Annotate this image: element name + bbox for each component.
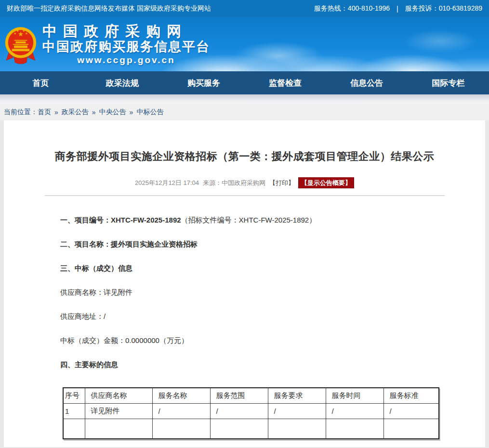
col-header-service-requirements: 服务要求 [268,388,326,403]
cell-service-requirements: / [268,403,326,419]
topbar-divider: | [396,5,398,13]
breadcrumb-central-announcements[interactable]: 中央公告 [99,108,126,117]
breadcrumb-separator: » [92,108,96,116]
article-source: 来源：中国政府采购网 [203,179,265,187]
breadcrumb-label: 当前位置： [4,108,38,117]
cell-service-time: / [326,403,383,419]
col-header-seq: 序号 [63,388,85,403]
cell-service-standard: / [383,403,439,419]
nav-item-international[interactable]: 国际专栏 [408,71,489,94]
table-row-empty [63,419,439,439]
cell-empty [268,419,326,439]
national-emblem-icon [4,23,38,67]
col-header-service-scope: 服务范围 [210,388,268,403]
service-complaint: 服务投诉：010-63819289 [405,4,482,13]
publish-date: 2025年12月12日 17:04 [135,179,199,187]
nav-item-home[interactable]: 首页 [0,71,81,94]
breadcrumb-separator: » [130,108,133,116]
table-row: 1 详见附件 / / / / / [63,403,439,419]
col-header-service-standard: 服务标准 [383,388,439,403]
col-header-service-name: 服务名称 [152,388,210,403]
cell-empty [210,419,268,439]
site-url: www.ccgp.gov.cn [42,54,210,66]
nav-item-announcements[interactable]: 信息公告 [326,71,408,94]
article-body: 一、项目编号：XHTC-FW-2025-1892（招标文件编号：XHTC-FW-… [4,196,485,439]
cell-empty [383,419,439,439]
section-supplier-address: 供应商地址：/ [60,311,442,321]
table-header-row: 序号 供应商名称 服务名称 服务范围 服务要求 服务时间 服务标准 [63,388,439,403]
page-title: 商务部援外项目实施企业资格招标（第一类：援外成套项目管理企业）结果公示 [4,149,485,164]
article-meta: 2025年12月12日 17:04 来源：中国政府采购网 【打印】 【显示公告概… [4,177,485,188]
print-button[interactable]: 【打印】 [269,179,294,187]
cell-service-name: / [152,403,210,419]
cell-empty [152,419,210,439]
main-nav: 首页 政采法规 购买服务 监督检查 信息公告 国际专栏 [0,71,489,94]
breadcrumb-separator: » [54,108,58,116]
breadcrumb-award-announcements[interactable]: 中标公告 [136,108,163,117]
col-header-service-time: 服务时间 [326,388,383,403]
cell-empty [85,419,152,439]
cell-empty [63,419,85,439]
col-header-supplier: 供应商名称 [85,388,152,403]
cell-empty [326,419,383,439]
site-slogan: 财政部唯一指定政府采购信息网络发布媒体 国家级政府采购专业网站 [7,4,211,13]
breadcrumb-procurement-announcements[interactable]: 政采公告 [62,108,89,117]
subject-info-table: 序号 供应商名称 服务名称 服务范围 服务要求 服务时间 服务标准 1 详见附件… [63,387,439,439]
section-project-number: 一、项目编号：XHTC-FW-2025-1892（招标文件编号：XHTC-FW-… [60,215,442,225]
nav-shadow-strip [0,94,489,104]
cell-seq: 1 [63,403,85,419]
section-award-info-heading: 三、中标（成交）信息 [60,263,442,273]
page-background: 商务部援外项目实施企业资格招标（第一类：援外成套项目管理企业）结果公示 2025… [0,120,489,447]
section-project-name: 二、项目名称：援外项目实施企业资格招标 [60,239,442,249]
section-supplier-name: 供应商名称：详见附件 [60,287,442,297]
nav-item-supervision[interactable]: 监督检查 [245,71,326,94]
service-hotline: 服务热线：400-810-1996 [314,4,390,13]
site-logo[interactable]: 中国政府采购网 中国政府购买服务信息平台 www.ccgp.gov.cn [0,23,210,67]
section-award-amount: 中标（成交）金额：0.0000000（万元） [60,335,442,345]
cell-service-scope: / [210,403,268,419]
nav-item-regulations[interactable]: 政采法规 [81,71,163,94]
section-main-subject-heading: 四、主要标的信息 [60,359,442,369]
article-container: 商务部援外项目实施企业资格招标（第一类：援外成套项目管理企业）结果公示 2025… [4,120,485,447]
breadcrumb: 当前位置： 首页 » 政采公告 » 中央公告 » 中标公告 [0,104,489,120]
site-title: 中国政府采购网 [42,23,210,40]
show-summary-button[interactable]: 【显示公告概要】 [298,177,354,188]
top-utility-bar: 财政部唯一指定政府采购信息网络发布媒体 国家级政府采购专业网站 服务热线：400… [0,0,489,17]
site-subtitle: 中国政府购买服务信息平台 [42,40,210,54]
breadcrumb-home[interactable]: 首页 [38,108,51,117]
nav-item-purchase-services[interactable]: 购买服务 [163,71,244,94]
cell-supplier: 详见附件 [85,403,152,419]
site-header: 中国政府采购网 中国政府购买服务信息平台 www.ccgp.gov.cn [0,17,489,71]
